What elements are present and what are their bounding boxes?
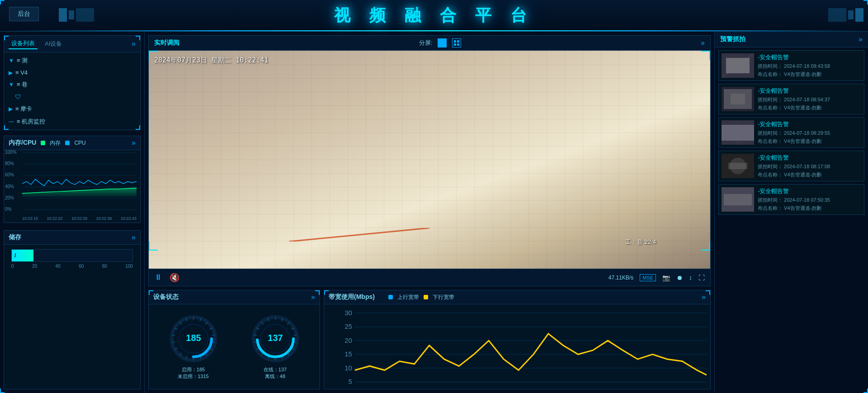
video-expand-icon[interactable]: » — [701, 39, 705, 47]
storage-x-20: 20 — [32, 264, 37, 269]
tab-ai-device[interactable]: AI设备 — [42, 39, 65, 49]
gauge-1-used: 启用：185 — [178, 366, 208, 373]
cpu-chart-area: 100% 80% 60% 40% 20% 0% — [4, 150, 140, 223]
alert-list: -安全帽告警 抓拍时间： 2024-07-18 09:43:58 布点名称： V… — [715, 47, 868, 393]
folder-icon-5: — — [9, 118, 14, 125]
cpu-chart-header: 内存/CPU 内存 CPU » — [4, 136, 140, 150]
alert-item-1[interactable]: -安全帽告警 抓拍时间： 2024-07-18 09:43:58 布点名称： V… — [718, 50, 864, 81]
device-list-expand-icon[interactable]: » — [132, 40, 136, 48]
down-legend-label: 下行宽带 — [433, 294, 454, 301]
right-panel-header: 预警抓拍 » — [715, 32, 868, 47]
header-deco-right — [828, 8, 863, 22]
alert-info-1: -安全帽告警 抓拍时间： 2024-07-18 09:43:58 布点名称： V… — [758, 53, 861, 78]
main-layout: 设备列表 AI设备 » ▼ ≡ 测 ▶ ≡ V4 ▼ ≡ 巷 🛡 — [0, 32, 868, 393]
alert-loc-5: 布点名称： V4告管通道-勿删 — [758, 205, 861, 212]
storage-title: 储存 — [9, 233, 21, 241]
device-status-expand[interactable]: » — [311, 293, 315, 301]
alert-item-3[interactable]: -安全帽告警 抓拍时间： 2024-07-18 08:29:55 布点名称： V… — [718, 117, 864, 148]
zoom-icon[interactable]: ↕ — [689, 274, 692, 281]
gauge-1-label: 启用：185 未启用：1315 — [178, 366, 208, 380]
storage-bar-area: / 0 20 40 60 80 100 — [4, 245, 140, 275]
video-codec: MSE — [640, 274, 656, 281]
shield-icon: 🛡 — [15, 93, 21, 100]
folder-icon-3: ▼ — [9, 81, 14, 88]
pause-button[interactable]: ⏸ — [154, 273, 162, 282]
grid-screen-btn[interactable] — [452, 38, 461, 47]
alert-loc-1: 布点名称： V4告管通道-勿删 — [758, 71, 861, 78]
storage-bar-label: / — [14, 252, 16, 259]
device-name-5: ≡ 机房监控 — [17, 118, 136, 126]
device-item-3[interactable]: ▼ ≡ 巷 — [4, 78, 140, 91]
cpu-chart-title: 内存/CPU — [9, 139, 36, 147]
alert-thumb-2 — [722, 87, 754, 111]
alert-item-5[interactable]: -安全帽告警 抓拍时间： 2024-07-18 07:50:35 布点名称： V… — [718, 184, 864, 215]
bottom-panels: 设备状态 » — [148, 290, 711, 389]
alert-thumb-5 — [722, 187, 754, 212]
memory-legend-label: 内存 — [50, 139, 61, 147]
alert-thumb-svg-5 — [722, 187, 754, 212]
alert-item-4[interactable]: -安全帽告警 抓拍时间： 2024-07-18 08:17:08 布点名称： V… — [718, 151, 864, 181]
alert-type-2: -安全帽告警 — [758, 87, 861, 95]
device-item-4[interactable]: ▶ ≡ 摩卡 — [4, 103, 140, 115]
cpu-chart-section: 内存/CPU 内存 CPU » 100% 80% 60% 40% 20% 0% — [4, 136, 141, 223]
alert-loc-3: 布点名称： V4告管通道-勿删 — [758, 138, 861, 145]
storage-expand-icon[interactable]: » — [132, 233, 136, 241]
video-timestamp: 2024年07月23日 星期二 10:22:41 — [154, 56, 269, 65]
gauge-2-svg: 137 — [250, 314, 300, 364]
video-corner-br — [701, 241, 710, 251]
device-item-2[interactable]: ▶ ≡ V4 — [4, 67, 140, 78]
alert-info-5: -安全帽告警 抓拍时间： 2024-07-18 07:50:35 布点名称： V… — [758, 187, 861, 212]
svg-text:0: 0 — [349, 391, 352, 393]
back-button[interactable]: 后台 — [9, 7, 39, 21]
alert-type-4: -安全帽告警 — [758, 154, 861, 162]
header-line — [0, 30, 868, 31]
svg-text:5: 5 — [349, 378, 352, 385]
video-body: 2024年07月23日 星期二 10:22:41 工：音 22:4 — [149, 51, 710, 269]
bandwidth-title: 带宽使用(Mbps) — [329, 293, 375, 301]
video-stats: 47.11KB/s MSE 📷 ⏺ ↕ ⛶ — [609, 274, 705, 281]
device-status-header: 设备状态 » — [149, 290, 320, 304]
cpu-legend-dot — [65, 141, 70, 145]
gauge-2-offline: 离线：48 — [264, 373, 287, 380]
bandwidth-expand-icon[interactable]: » — [702, 293, 706, 301]
folder-icon-4: ▶ — [9, 106, 13, 112]
single-screen-btn[interactable] — [438, 38, 447, 47]
device-sub-item[interactable]: 🛡 — [4, 91, 140, 103]
device-item-5[interactable]: — ≡ 机房监控 — [4, 115, 140, 128]
device-item-1[interactable]: ▼ ≡ 测 — [4, 54, 140, 67]
svg-line-0 — [289, 228, 430, 241]
alert-info-2: -安全帽告警 抓拍时间： 2024-07-18 08:54:37 布点名称： V… — [758, 87, 861, 111]
gauge-2-container: 137 在线：137 离线：48 — [250, 314, 300, 380]
video-section: 实时调阅 分屏: » 2024年07月23日 星期二 10:22:41 — [148, 35, 711, 286]
bandwidth-legend: 上行宽带 下行宽带 — [388, 294, 454, 301]
bandwidth-panel: 带宽使用(Mbps) 上行宽带 下行宽带 » — [324, 290, 711, 389]
page-title: 视 频 融 合 平 台 — [334, 5, 534, 27]
screenshot-icon[interactable]: 📷 — [662, 274, 670, 281]
right-panel-expand-icon[interactable]: » — [859, 35, 863, 43]
memory-legend-dot — [41, 141, 45, 145]
storage-bar-bg: / — [11, 249, 133, 262]
xaxis-label-1: 10:22:15 — [22, 216, 38, 221]
alert-thumb-1 — [722, 53, 754, 78]
device-list-section: 设备列表 AI设备 » ▼ ≡ 测 ▶ ≡ V4 ▼ ≡ 巷 🛡 — [4, 35, 141, 130]
svg-text:137: 137 — [268, 333, 283, 343]
grid-q4 — [457, 43, 459, 46]
svg-text:15: 15 — [344, 350, 352, 358]
alert-item-2[interactable]: -安全帽告警 抓拍时间： 2024-07-18 08:54:37 布点名称： V… — [718, 84, 864, 114]
cpu-chart-expand-icon[interactable]: » — [132, 139, 136, 147]
mute-button[interactable]: 🔇 — [170, 273, 179, 283]
svg-text:10: 10 — [344, 364, 352, 371]
alert-info-4: -安全帽告警 抓拍时间： 2024-07-18 08:17:08 布点名称： V… — [758, 154, 861, 178]
svg-text:185: 185 — [186, 333, 201, 343]
tab-device-list[interactable]: 设备列表 — [9, 38, 38, 49]
video-bottom-label: 工：音 22:4 — [625, 238, 656, 246]
video-footer: ⏸ 🔇 47.11KB/s MSE 📷 ⏺ ↕ ⛶ — [149, 269, 710, 286]
fullscreen-icon[interactable]: ⛶ — [698, 274, 705, 281]
alert-thumb-4 — [722, 154, 754, 178]
device-name-1: ≡ 测 — [17, 57, 136, 65]
deco-bar-2 — [69, 10, 74, 19]
alert-thumb-svg-2 — [722, 87, 754, 111]
device-list-header: 设备列表 AI设备 » — [4, 36, 140, 52]
right-panel-title: 预警抓拍 — [720, 35, 745, 43]
record-icon[interactable]: ⏺ — [676, 274, 683, 281]
